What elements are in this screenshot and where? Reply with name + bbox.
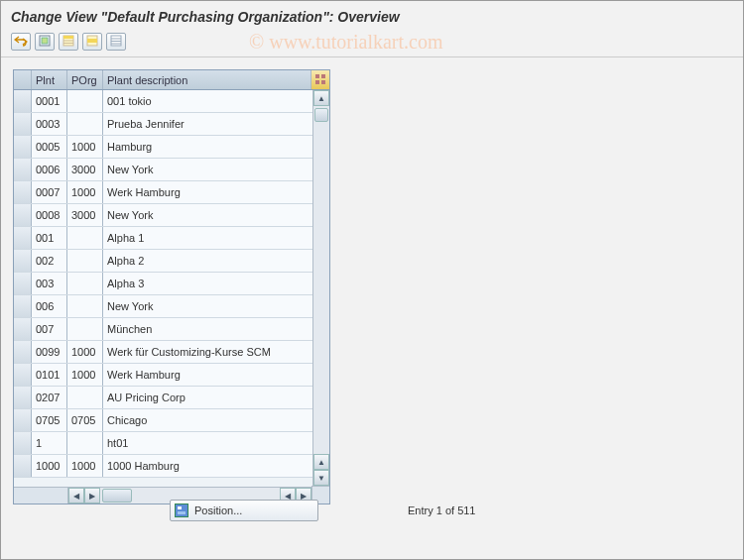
table-row[interactable]: 00071000Werk Hamburg <box>14 181 329 204</box>
row-selector[interactable] <box>14 159 32 180</box>
cell-desc[interactable]: Werk für Customizing-Kurse SCM <box>103 341 329 363</box>
cell-plnt[interactable]: 0007 <box>32 181 67 203</box>
table-row[interactable]: 00063000New York <box>14 159 329 181</box>
cell-porg[interactable]: 1000 <box>67 364 103 386</box>
table-config-button[interactable] <box>311 70 329 89</box>
table-row[interactable]: 00083000New York <box>14 204 329 227</box>
row-selector[interactable] <box>14 295 32 317</box>
row-selector[interactable] <box>14 273 32 294</box>
cell-plnt[interactable]: 0008 <box>32 204 67 226</box>
cell-desc[interactable]: ht01 <box>103 432 329 454</box>
table-row[interactable]: 0207AU Pricing Corp <box>14 387 329 409</box>
col-header-selector[interactable] <box>14 70 32 89</box>
cell-desc[interactable]: 1000 Hamburg <box>103 455 329 477</box>
table-row[interactable]: 006New York <box>14 295 329 318</box>
scroll-down-optional[interactable]: ▲ <box>313 454 329 470</box>
cell-plnt[interactable]: 1000 <box>32 455 67 477</box>
cell-desc[interactable]: Prueba Jennifer <box>103 113 329 135</box>
cell-porg[interactable] <box>67 227 103 249</box>
cell-desc[interactable]: Alpha 3 <box>103 273 329 294</box>
row-selector[interactable] <box>14 227 32 249</box>
row-selector[interactable] <box>14 318 32 340</box>
cell-porg[interactable] <box>67 432 103 454</box>
cell-porg[interactable] <box>67 250 103 272</box>
cell-plnt[interactable]: 1 <box>32 432 67 454</box>
cell-porg[interactable]: 0705 <box>67 409 103 431</box>
cell-plnt[interactable]: 0001 <box>32 90 67 112</box>
row-selector[interactable] <box>14 341 32 363</box>
table-row[interactable]: 07050705Chicago <box>14 409 329 432</box>
table-row[interactable]: 0001001 tokio <box>14 90 329 113</box>
cell-plnt[interactable]: 001 <box>32 227 67 249</box>
table-row[interactable]: 00051000Hamburg <box>14 136 329 159</box>
cell-plnt[interactable]: 0003 <box>32 113 67 135</box>
cell-desc[interactable]: 001 tokio <box>103 90 329 112</box>
toolbar-btn-other[interactable] <box>35 33 55 51</box>
row-selector[interactable] <box>14 181 32 203</box>
toolbar-btn-select-all[interactable] <box>59 33 78 51</box>
cell-plnt[interactable]: 003 <box>32 273 67 294</box>
row-selector[interactable] <box>14 113 32 135</box>
row-selector[interactable] <box>14 250 32 272</box>
cell-porg[interactable]: 3000 <box>67 159 103 180</box>
row-selector[interactable] <box>14 387 32 408</box>
row-selector[interactable] <box>14 90 32 112</box>
cell-desc[interactable]: New York <box>103 204 329 226</box>
table-row[interactable]: 100010001000 Hamburg <box>14 455 329 478</box>
cell-desc[interactable]: AU Pricing Corp <box>103 387 329 408</box>
cell-desc[interactable]: Werk Hamburg <box>103 364 329 386</box>
cell-plnt[interactable]: 0705 <box>32 409 67 431</box>
cell-porg[interactable]: 1000 <box>67 455 103 477</box>
row-selector[interactable] <box>14 136 32 158</box>
vertical-scroll-thumb[interactable] <box>314 108 328 122</box>
table-row[interactable]: 01011000Werk Hamburg <box>14 364 329 387</box>
table-row[interactable]: 002Alpha 2 <box>14 250 329 273</box>
row-selector[interactable] <box>14 455 32 477</box>
cell-desc[interactable]: Alpha 1 <box>103 227 329 249</box>
row-selector[interactable] <box>14 409 32 431</box>
cell-porg[interactable]: 1000 <box>67 341 103 363</box>
cell-desc[interactable]: Chicago <box>103 409 329 431</box>
vertical-scrollbar[interactable]: ▲ ▲ ▼ <box>312 90 329 486</box>
table-row[interactable]: 007München <box>14 318 329 341</box>
cell-porg[interactable]: 1000 <box>67 181 103 203</box>
cell-desc[interactable]: Werk Hamburg <box>103 181 329 203</box>
cell-desc[interactable]: New York <box>103 295 329 317</box>
cell-desc[interactable]: München <box>103 318 329 340</box>
cell-desc[interactable]: Alpha 2 <box>103 250 329 272</box>
table-row[interactable]: 003Alpha 3 <box>14 273 329 295</box>
cell-porg[interactable]: 1000 <box>67 136 103 158</box>
col-header-plnt[interactable]: Plnt <box>32 70 67 89</box>
row-selector[interactable] <box>14 432 32 454</box>
scroll-down-button[interactable]: ▼ <box>313 470 329 486</box>
cell-plnt[interactable]: 0005 <box>32 136 67 158</box>
vertical-scroll-track[interactable] <box>313 106 329 454</box>
row-selector[interactable] <box>14 204 32 226</box>
position-button[interactable]: Position... <box>170 500 318 521</box>
toolbar-btn-deselect-all[interactable] <box>106 33 126 51</box>
cell-plnt[interactable]: 0207 <box>32 387 67 408</box>
cell-plnt[interactable]: 006 <box>32 295 67 317</box>
scroll-up-button[interactable]: ▲ <box>313 90 329 106</box>
cell-porg[interactable] <box>67 318 103 340</box>
cell-porg[interactable] <box>67 113 103 135</box>
cell-porg[interactable] <box>67 273 103 294</box>
table-row[interactable]: 001Alpha 1 <box>14 227 329 250</box>
cell-plnt[interactable]: 0101 <box>32 364 67 386</box>
col-header-porg[interactable]: POrg <box>67 70 103 89</box>
cell-porg[interactable] <box>67 387 103 408</box>
cell-plnt[interactable]: 007 <box>32 318 67 340</box>
cell-desc[interactable]: New York <box>103 159 329 180</box>
cell-porg[interactable] <box>67 295 103 317</box>
cell-plnt[interactable]: 002 <box>32 250 67 272</box>
row-selector[interactable] <box>14 364 32 386</box>
cell-plnt[interactable]: 0099 <box>32 341 67 363</box>
toolbar-btn-undo[interactable] <box>11 33 31 51</box>
cell-porg[interactable] <box>67 90 103 112</box>
table-row[interactable]: 0003Prueba Jennifer <box>14 113 329 136</box>
table-row[interactable]: 1ht01 <box>14 432 329 455</box>
col-header-desc[interactable]: Plant description <box>103 70 311 89</box>
cell-porg[interactable]: 3000 <box>67 204 103 226</box>
cell-plnt[interactable]: 0006 <box>32 159 67 180</box>
cell-desc[interactable]: Hamburg <box>103 136 329 158</box>
